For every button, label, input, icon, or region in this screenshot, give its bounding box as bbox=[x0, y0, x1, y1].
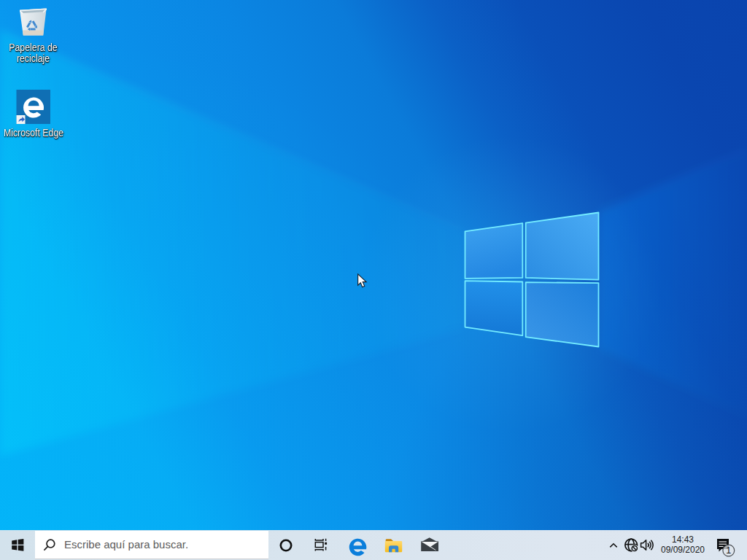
svg-text:1: 1 bbox=[726, 545, 731, 556]
